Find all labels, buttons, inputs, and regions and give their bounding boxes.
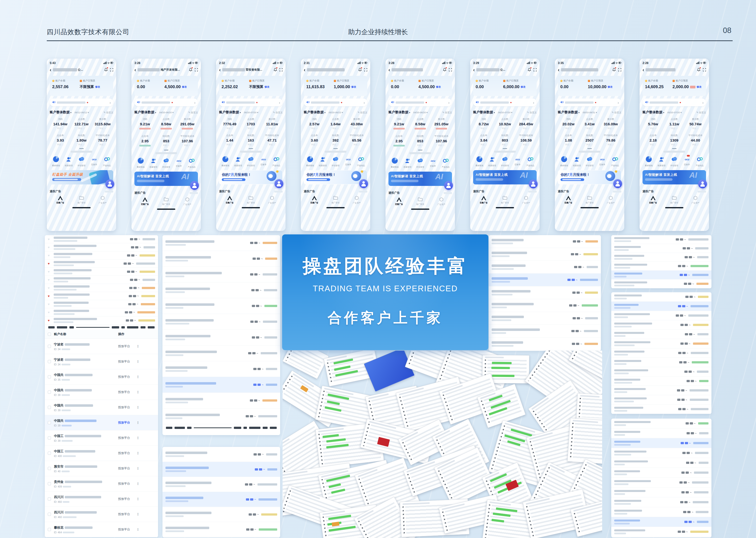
customer-service-button[interactable] — [613, 179, 622, 188]
tool-4[interactable]: ocu巨量学 — [173, 157, 185, 168]
row-checkbox[interactable] — [48, 391, 51, 394]
launch-platform-link[interactable]: 投放平台 — [118, 466, 130, 470]
launch-platform-link[interactable]: 投放平台 — [118, 436, 130, 440]
fullscreen-icon[interactable] — [364, 68, 367, 72]
row-checkbox[interactable] — [48, 497, 51, 501]
customize-link[interactable]: ✎ 自定义 — [696, 111, 706, 114]
tool-3[interactable]: 评论管理 — [329, 156, 342, 167]
nav-item-1[interactable]: 巨量广告 — [642, 196, 664, 204]
customize-link[interactable]: ✎ 自定义 — [273, 111, 282, 114]
more-actions-icon[interactable]: ⋮ — [136, 421, 140, 424]
promo-banner[interactable]: 你的7月月报来啦！ — [219, 170, 282, 185]
date-range-selector[interactable]: 04/20-06/20 ▾ — [413, 111, 428, 114]
customer-service-button[interactable] — [529, 180, 538, 188]
date-range-selector[interactable]: 06/20-07/20 ▾ — [498, 111, 512, 114]
bell-icon[interactable] — [104, 68, 108, 72]
modify-budget-link[interactable]: 修改 — [182, 85, 187, 89]
bell-icon[interactable] — [613, 68, 616, 72]
tool-5[interactable]: 产品动态 — [609, 156, 621, 167]
row-checkbox[interactable] — [48, 375, 51, 378]
modify-budget-link[interactable]: 修改 — [436, 85, 441, 89]
bell-icon[interactable] — [697, 68, 700, 72]
fullscreen-icon[interactable] — [703, 68, 706, 72]
more-actions-icon[interactable]: ⋮ — [136, 512, 140, 516]
customer-service-button[interactable] — [190, 181, 199, 190]
date-range-selector[interactable]: 04/20-06/20 ▾ — [159, 111, 174, 114]
account-row[interactable]: 四川川ID: 460投放平台⋮ — [45, 507, 158, 522]
row-checkbox[interactable] — [48, 512, 51, 516]
account-row[interactable]: 中国共ID: 39投放平台⋮ — [45, 385, 158, 400]
nav-item-3[interactable]: 广告资产 — [600, 196, 621, 204]
date-range-selector[interactable]: 06/20-07/20 ▾ — [244, 111, 258, 114]
notice-banner[interactable]: › — [219, 98, 282, 106]
tool-3[interactable]: 评论管理 — [244, 156, 257, 167]
back-icon[interactable]: ‹ — [134, 67, 136, 72]
tool-5[interactable]: 产品动态 — [185, 157, 198, 168]
tool-4[interactable]: ocu巨量学 — [427, 157, 439, 168]
favorite-icon[interactable]: ♥ — [48, 278, 54, 282]
tool-4[interactable]: ocu巨量学 — [596, 156, 609, 167]
tool-2[interactable]: 线索管理 — [571, 156, 583, 167]
overview-title[interactable]: 账户整体数据 — [642, 110, 663, 115]
row-checkbox[interactable] — [48, 452, 51, 455]
more-actions-icon[interactable]: ⋮ — [136, 375, 140, 379]
pagination-redacted[interactable] — [45, 325, 158, 330]
account-row[interactable]: 中国共ID: 35投放平台⋮ — [45, 369, 158, 385]
nav-item-2[interactable]: 推广管理 — [579, 196, 600, 204]
launch-platform-link[interactable]: 投放平台 — [118, 497, 130, 501]
tool-3[interactable]: 评论管理 — [583, 156, 596, 167]
favorite-icon[interactable]: ♥ — [48, 310, 54, 314]
customer-service-button[interactable] — [275, 179, 283, 188]
date-range-selector[interactable]: 05/03-08/31 ▾ — [583, 111, 597, 114]
promo-banner[interactable]: AIAI智能解读 首发上线 — [388, 172, 452, 186]
fullscreen-icon[interactable] — [279, 68, 282, 72]
account-row[interactable]: 宁波老ID: 34投放平台⋮ — [45, 339, 158, 354]
bell-icon[interactable] — [189, 68, 192, 72]
tool-1[interactable]: 素材报表 — [219, 156, 232, 167]
tool-4[interactable]: ocu巨量学 — [511, 156, 524, 167]
date-range-selector[interactable]: 05/20-06/23 ▾ — [328, 111, 343, 114]
tool-5[interactable]: 产品动态 — [439, 157, 452, 168]
nav-item-1[interactable]: 巨量广告 — [134, 197, 156, 206]
launch-platform-link[interactable]: 投放平台 — [118, 359, 130, 364]
row-checkbox[interactable] — [48, 406, 51, 409]
tool-3[interactable]: 评论管理 — [498, 156, 511, 167]
bell-icon[interactable] — [528, 68, 531, 72]
tool-5[interactable]: 产品动态 — [270, 156, 282, 167]
overview-title[interactable]: 账户整体数据 — [473, 110, 493, 115]
tool-5[interactable]: 产品动态 — [693, 156, 706, 167]
nav-item-3[interactable]: 广告资产 — [346, 196, 367, 204]
overview-title[interactable]: 账户整体数据 — [388, 110, 408, 115]
more-actions-icon[interactable]: ⋮ — [136, 482, 140, 486]
nav-item-2[interactable]: 推广管理 — [410, 197, 431, 206]
more-actions-icon[interactable]: ⋮ — [136, 528, 140, 531]
favorite-icon[interactable]: ♥ — [48, 270, 54, 274]
nav-item-2[interactable]: 推广管理 — [494, 196, 516, 204]
account-row[interactable]: 贵州金ID: 409投放平台⋮ — [45, 476, 158, 492]
favorite-icon[interactable]: ♥ — [48, 245, 54, 249]
customer-service-button[interactable] — [105, 180, 114, 188]
notice-banner[interactable]: › — [134, 98, 198, 106]
row-checkbox[interactable] — [48, 360, 51, 363]
launch-platform-link[interactable]: 投放平台 — [118, 405, 130, 409]
row-checkbox[interactable] — [48, 528, 51, 531]
modify-budget-link[interactable]: 修改 — [521, 85, 526, 89]
tool-2[interactable]: 线索管理 — [317, 156, 329, 167]
expand-trend-control[interactable] — [473, 148, 537, 153]
fullscreen-icon[interactable] — [195, 68, 198, 72]
overview-title[interactable]: 账户整体数据 — [134, 110, 154, 115]
tool-1[interactable]: 素材报表 — [50, 156, 63, 167]
nav-item-2[interactable]: 推广管理 — [325, 196, 346, 204]
customize-link[interactable]: ✎ 自定义 — [188, 111, 198, 114]
customize-link[interactable]: ✎ 自定义 — [104, 111, 113, 114]
more-actions-icon[interactable]: ⋮ — [136, 390, 140, 394]
favorite-icon[interactable]: ♥ — [48, 319, 54, 322]
fullscreen-icon[interactable] — [533, 68, 537, 72]
notice-banner[interactable]: › — [388, 98, 452, 106]
row-checkbox[interactable] — [48, 467, 51, 470]
launch-platform-link[interactable]: 投放平台 — [118, 375, 130, 379]
row-checkbox[interactable] — [48, 345, 51, 348]
customize-link[interactable]: ✎ 自定义 — [612, 111, 621, 114]
select-all-checkbox[interactable] — [48, 333, 51, 336]
favorite-icon[interactable]: ♥ — [48, 254, 54, 257]
